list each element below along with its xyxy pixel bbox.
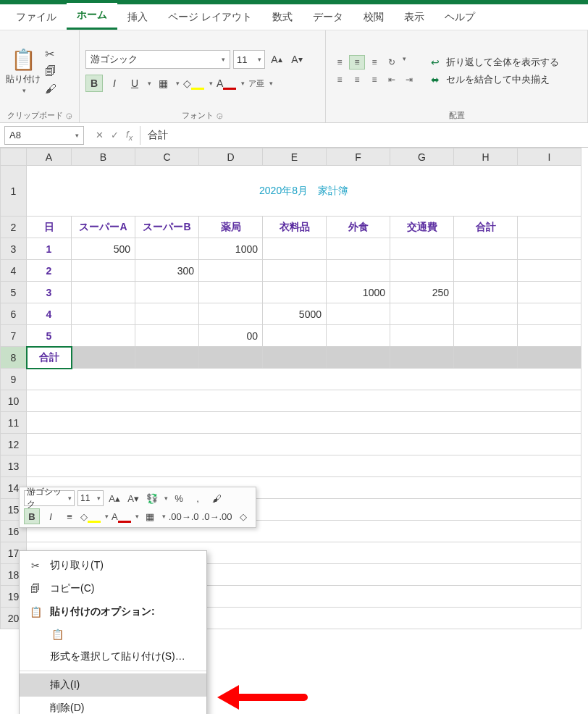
clipboard-launcher-icon[interactable]: ◶ <box>66 112 72 119</box>
ctx-cut[interactable]: ✂切り取り(T) <box>20 554 206 577</box>
orientation-button[interactable]: ↻ <box>384 55 400 70</box>
col-header[interactable]: H <box>454 148 518 166</box>
cell[interactable] <box>135 238 199 260</box>
cell[interactable] <box>390 325 454 347</box>
paste-label[interactable]: 貼り付け <box>6 73 41 85</box>
row-header[interactable]: 11 <box>1 412 27 434</box>
row-header[interactable]: 7 <box>1 325 27 347</box>
cell[interactable] <box>454 325 518 347</box>
increase-font-icon[interactable]: A▴ <box>268 51 285 68</box>
tab-insert[interactable]: 挿入 <box>117 5 158 30</box>
cell[interactable]: 250 <box>390 282 454 303</box>
cell[interactable] <box>72 347 135 369</box>
row-header[interactable]: 12 <box>1 434 27 455</box>
clipboard-icon[interactable]: 📋 <box>11 48 36 72</box>
indent-increase-button[interactable]: ⇥ <box>401 72 417 87</box>
cell[interactable] <box>135 303 199 325</box>
mini-align-button[interactable]: ≡ <box>62 508 77 524</box>
cell[interactable] <box>327 238 390 260</box>
mini-comma-button[interactable]: , <box>190 490 206 506</box>
underline-button[interactable]: U <box>126 75 143 92</box>
cell[interactable] <box>518 282 581 303</box>
merge-center-button[interactable]: ⬌セルを結合して中央揃え <box>429 73 559 86</box>
cell[interactable]: 1000 <box>327 282 390 303</box>
bold-button[interactable]: B <box>85 75 103 92</box>
cell[interactable] <box>454 303 518 325</box>
cell[interactable] <box>518 303 581 325</box>
row-header[interactable]: 13 <box>1 455 27 477</box>
font-name-select[interactable]: 游ゴシック▾ <box>85 50 230 69</box>
tab-home[interactable]: ホーム <box>67 3 117 30</box>
decrease-font-icon[interactable]: A▾ <box>288 51 306 68</box>
cell[interactable] <box>390 347 454 369</box>
cell[interactable] <box>390 238 454 260</box>
cell[interactable] <box>263 238 327 260</box>
cell[interactable] <box>263 347 327 369</box>
cell[interactable]: 00 <box>199 325 263 347</box>
mini-fontcolor-button[interactable]: A <box>112 508 131 524</box>
row-header[interactable]: 2 <box>1 217 27 238</box>
mini-clear-icon[interactable]: ◇ <box>235 508 251 524</box>
align-middle-button[interactable]: ≡ <box>349 55 365 70</box>
cell[interactable] <box>27 412 581 434</box>
ctx-paste-special[interactable]: 形式を選択して貼り付け(S)… <box>20 645 206 668</box>
fx-icon[interactable]: fx <box>126 129 133 142</box>
mini-accounting-icon[interactable]: 💱 <box>144 490 160 506</box>
cell[interactable]: 3 <box>27 282 72 303</box>
mini-fill-button[interactable]: ◇ <box>80 508 101 524</box>
cell[interactable] <box>454 347 518 369</box>
cell[interactable] <box>518 238 581 260</box>
col-header[interactable]: B <box>72 148 135 166</box>
mini-font-select[interactable]: 游ゴシック▾ <box>24 490 75 506</box>
col-header[interactable]: I <box>518 148 581 166</box>
cell[interactable] <box>72 282 135 303</box>
mini-size-select[interactable]: 11▾ <box>77 490 104 506</box>
cell[interactable]: 2 <box>27 260 72 282</box>
tab-help[interactable]: ヘルプ <box>434 5 485 30</box>
col-header[interactable]: G <box>390 148 454 166</box>
cell[interactable]: 4 <box>27 303 72 325</box>
row-header[interactable]: 6 <box>1 303 27 325</box>
row-header[interactable]: 5 <box>1 282 27 303</box>
cell[interactable] <box>390 260 454 282</box>
cut-icon[interactable]: ✂ <box>45 47 56 61</box>
cell[interactable] <box>72 260 135 282</box>
row-header[interactable]: 9 <box>1 369 27 390</box>
col-header[interactable]: C <box>135 148 199 166</box>
cancel-formula-icon[interactable]: ✕ <box>96 130 104 140</box>
sheet-title[interactable]: 2020年8月 家計簿 <box>27 166 581 217</box>
cell[interactable]: 衣料品 <box>263 217 327 238</box>
cell[interactable] <box>454 282 518 303</box>
confirm-formula-icon[interactable]: ✓ <box>111 130 119 140</box>
col-header[interactable]: F <box>327 148 390 166</box>
cell[interactable]: 交通費 <box>390 217 454 238</box>
tab-data[interactable]: データ <box>303 5 353 30</box>
cell[interactable] <box>263 282 327 303</box>
copy-icon[interactable]: 🗐 <box>45 65 56 78</box>
cell[interactable]: 300 <box>135 260 199 282</box>
cell[interactable] <box>518 260 581 282</box>
align-right-button[interactable]: ≡ <box>366 72 382 87</box>
cell[interactable] <box>199 260 263 282</box>
cell[interactable] <box>263 325 327 347</box>
phonetic-button[interactable]: ア亜 <box>248 75 265 92</box>
cell[interactable]: 1000 <box>199 238 263 260</box>
align-bottom-button[interactable]: ≡ <box>366 55 382 70</box>
fill-color-button[interactable]: ◇ <box>182 75 205 92</box>
ctx-copy[interactable]: 🗐コピー(C) <box>20 577 206 600</box>
cell[interactable] <box>327 260 390 282</box>
mini-format-painter-icon[interactable]: 🖌 <box>209 490 224 506</box>
mini-bold-button[interactable]: B <box>24 508 40 524</box>
mini-increase-font-icon[interactable]: A▴ <box>106 490 122 506</box>
cell[interactable] <box>518 217 581 238</box>
row-header-selected[interactable]: 8 <box>1 347 27 369</box>
col-header[interactable]: A <box>27 148 72 166</box>
ctx-paste-option-1[interactable]: 📋 <box>20 623 206 645</box>
cell[interactable] <box>135 325 199 347</box>
format-painter-icon[interactable]: 🖌 <box>45 83 56 96</box>
cell[interactable] <box>263 260 327 282</box>
cell[interactable] <box>518 347 581 369</box>
mini-dec-decimal-icon[interactable]: .00→.0 <box>169 508 199 524</box>
cell[interactable] <box>72 303 135 325</box>
cell[interactable] <box>390 303 454 325</box>
